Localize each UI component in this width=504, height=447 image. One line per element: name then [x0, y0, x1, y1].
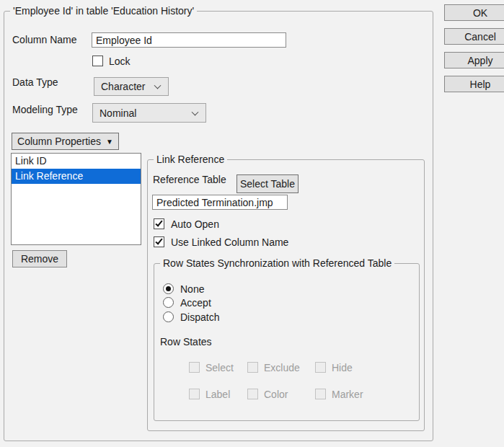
- select-table-button[interactable]: Select Table: [236, 174, 299, 193]
- color-checkbox: [247, 389, 258, 399]
- hide-checkbox-label: Hide: [332, 362, 353, 373]
- reference-table-label: Reference Table: [153, 174, 226, 185]
- chevron-down-icon: [154, 82, 162, 89]
- lock-checkbox[interactable]: [92, 56, 103, 66]
- column-properties-button[interactable]: Column Properties ▼: [12, 133, 119, 150]
- exclude-checkbox-label: Exclude: [264, 362, 300, 373]
- apply-button[interactable]: Apply: [444, 52, 504, 68]
- use-linked-column-name-checkbox[interactable]: [154, 236, 164, 247]
- marker-checkbox: [315, 389, 326, 399]
- column-name-input[interactable]: [92, 32, 286, 48]
- auto-open-label: Auto Open: [171, 218, 219, 230]
- radio-dispatch-label: Dispatch: [180, 311, 219, 323]
- use-linked-column-name-label: Use Linked Column Name: [171, 236, 288, 248]
- dropdown-triangle-icon: ▼: [106, 138, 113, 146]
- chevron-down-icon: [192, 108, 199, 115]
- radio-accept[interactable]: [163, 297, 174, 308]
- remove-button[interactable]: Remove: [12, 250, 67, 267]
- link-reference-group-title: Link Reference: [154, 154, 227, 165]
- ok-button[interactable]: OK: [444, 4, 504, 21]
- label-checkbox: [189, 389, 200, 399]
- row-states-label: Row States: [160, 336, 212, 348]
- help-button[interactable]: Help: [444, 76, 504, 92]
- data-type-label: Data Type: [12, 76, 58, 88]
- column-properties-button-label: Column Properties: [17, 136, 101, 147]
- modeling-type-value: Nominal: [100, 107, 136, 119]
- auto-open-checkbox[interactable]: [154, 218, 164, 229]
- column-group-title: 'Employee Id' in table 'Education Histor…: [10, 5, 197, 17]
- properties-list: Link ID Link Reference: [11, 153, 141, 245]
- cancel-button[interactable]: Cancel: [444, 28, 504, 45]
- data-type-dropdown[interactable]: Character: [94, 77, 169, 96]
- radio-accept-label: Accept: [180, 297, 211, 309]
- checkmark-icon: [155, 219, 162, 227]
- select-checkbox-label: Select: [205, 362, 234, 373]
- exclude-checkbox: [247, 362, 258, 373]
- lock-label: Lock: [109, 56, 131, 67]
- row-states-sync-group-title: Row States Synchronization with Referenc…: [160, 257, 394, 269]
- reference-table-field[interactable]: [152, 195, 288, 210]
- column-info-dialog: 'Employee Id' in table 'Education Histor…: [0, 0, 504, 447]
- data-type-value: Character: [101, 81, 145, 92]
- checkmark-icon: [155, 237, 162, 245]
- radio-none[interactable]: [163, 283, 174, 294]
- list-item-link-reference[interactable]: Link Reference: [12, 169, 141, 184]
- select-checkbox: [189, 362, 200, 373]
- list-item-link-id[interactable]: Link ID: [12, 154, 141, 169]
- label-checkbox-label: Label: [205, 389, 230, 400]
- radio-dot-icon: [166, 286, 171, 291]
- modeling-type-dropdown[interactable]: Nominal: [92, 103, 206, 123]
- marker-checkbox-label: Marker: [332, 389, 363, 400]
- color-checkbox-label: Color: [264, 389, 288, 400]
- radio-none-label: None: [180, 283, 204, 295]
- hide-checkbox: [315, 362, 326, 373]
- modeling-type-label: Modeling Type: [12, 104, 78, 115]
- column-name-label: Column Name: [12, 34, 76, 45]
- radio-dispatch[interactable]: [163, 311, 174, 322]
